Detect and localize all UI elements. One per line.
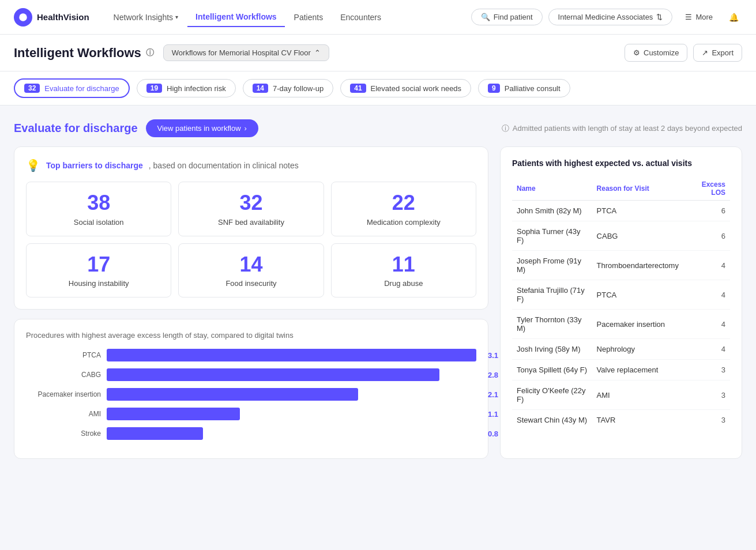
- col-excess: Excess LOS: [683, 177, 730, 201]
- view-patients-button[interactable]: View patients in workflow ›: [146, 119, 258, 137]
- patient-name: Stefania Trujillo (71y F): [512, 280, 592, 310]
- barrier-number: 11: [341, 253, 467, 276]
- patient-excess: 4: [683, 251, 730, 280]
- patients-table: Name Reason for Visit Excess LOS John Sm…: [512, 177, 730, 430]
- org-selector[interactable]: Internal Medicine Associates ⇅: [548, 9, 673, 25]
- find-patient-button[interactable]: 🔍 Find patient: [471, 9, 543, 25]
- patient-reason: Valve replacement: [592, 360, 683, 381]
- section-header: Evaluate for discharge View patients in …: [14, 119, 742, 137]
- patient-reason: Pacemaker insertion: [592, 310, 683, 339]
- table-row: Felicity O'Keefe (22y F)AMI3: [512, 381, 730, 410]
- barrier-snf-bed: 32 SNF bed availability: [178, 182, 324, 236]
- barrier-number: 14: [188, 253, 314, 276]
- barrier-social-isolation: 38 Social isolation: [26, 182, 171, 236]
- tab-high-infection-risk[interactable]: 19 High infection risk: [137, 79, 236, 97]
- nav-encounters[interactable]: Encounters: [332, 8, 389, 27]
- patient-excess: 6: [683, 201, 730, 221]
- tab-palliative-consult[interactable]: 9 Palliative consult: [478, 79, 570, 97]
- left-panel: 💡 Top barriers to discharge , based on d…: [14, 146, 488, 459]
- patient-name: Felicity O'Keefe (22y F): [512, 381, 592, 410]
- chart-card: Procedures with highest average excess l…: [14, 319, 488, 459]
- arrow-right-icon: ›: [245, 124, 247, 133]
- patient-excess: 4: [683, 339, 730, 360]
- patient-excess: 3: [683, 360, 730, 381]
- patient-excess: 3: [683, 410, 730, 431]
- bar-label: PTCA: [26, 351, 101, 359]
- barrier-label: Food insecurity: [188, 279, 314, 288]
- bar-fill: [107, 368, 439, 381]
- patient-name: Joseph Frome (91y M): [512, 251, 592, 280]
- export-icon: ↗: [702, 48, 708, 57]
- page-title: Intelligent Workflows ⓘ: [14, 46, 154, 61]
- patient-name: Tyler Thornton (33y M): [512, 310, 592, 339]
- bar-label: Pacemaker insertion: [26, 390, 101, 398]
- col-name: Name: [512, 177, 592, 201]
- info-icon[interactable]: ⓘ: [146, 48, 154, 58]
- section-title: Evaluate for discharge: [14, 122, 138, 135]
- tab-badge: 14: [253, 84, 268, 93]
- main-content: Evaluate for discharge View patients in …: [0, 106, 756, 473]
- tab-elevated-social-work[interactable]: 41 Elevated social work needs: [340, 79, 471, 97]
- bar-track: 0.8: [107, 427, 476, 440]
- tab-evaluate-discharge[interactable]: 32 Evaluate for discharge: [14, 78, 130, 98]
- patient-reason: TAVR: [592, 410, 683, 431]
- tab-badge: 9: [488, 84, 500, 93]
- table-row: Joseph Frome (91y M)Thromboendarterectom…: [512, 251, 730, 280]
- bar-label: CABG: [26, 371, 101, 379]
- svg-point-0: [19, 13, 27, 21]
- barriers-title-text: Top barriers to discharge: [46, 161, 143, 170]
- barrier-label: Medication complexity: [341, 218, 467, 227]
- barrier-drug: 11 Drug abuse: [331, 243, 476, 298]
- workflow-selector[interactable]: Workflows for Memorial Hospital CV Floor…: [163, 44, 329, 61]
- table-row: Tyler Thornton (33y M)Pacemaker insertio…: [512, 310, 730, 339]
- sliders-icon: ⚙: [633, 48, 640, 57]
- tab-7day-followup[interactable]: 14 7-day follow-up: [243, 79, 334, 97]
- patient-name: Sophia Turner (43y F): [512, 221, 592, 251]
- bar-row: Pacemaker insertion2.1: [26, 388, 476, 401]
- section-description: ⓘ Admitted patients with length of stay …: [502, 123, 742, 134]
- app-name: HealthVision: [37, 12, 89, 22]
- more-button[interactable]: ☰ More: [678, 9, 720, 25]
- bar-value: 0.8: [488, 430, 498, 438]
- table-row: Stefania Trujillo (71y F)PTCA4: [512, 280, 730, 310]
- bar-fill: [107, 408, 240, 420]
- patient-reason: Thromboendarterectomy: [592, 251, 683, 280]
- barrier-number: 17: [36, 253, 161, 276]
- customize-button[interactable]: ⚙ Customize: [625, 44, 687, 62]
- bell-icon: 🔔: [729, 13, 739, 22]
- content-grid: 💡 Top barriers to discharge , based on d…: [14, 146, 742, 459]
- nav-items: Network Insights ▾ Intelligent Workflows…: [106, 7, 471, 27]
- barriers-card: 💡 Top barriers to discharge , based on d…: [14, 146, 488, 310]
- chevron-down-icon: ⌃: [314, 48, 321, 57]
- barrier-number: 22: [341, 191, 467, 214]
- nav-network-insights[interactable]: Network Insights ▾: [106, 8, 186, 27]
- patient-excess: 6: [683, 221, 730, 251]
- table-row: John Smith (82y M)PTCA6: [512, 201, 730, 221]
- lightbulb-icon: 💡: [26, 159, 40, 172]
- nav-intelligent-workflows[interactable]: Intelligent Workflows: [187, 7, 285, 27]
- workflow-tabs: 32 Evaluate for discharge 19 High infect…: [0, 71, 756, 106]
- menu-icon: ☰: [685, 13, 692, 21]
- patient-excess: 3: [683, 381, 730, 410]
- patient-reason: AMI: [592, 381, 683, 410]
- bar-fill: [107, 388, 358, 401]
- bar-row: Stroke0.8: [26, 427, 476, 440]
- bar-track: 2.8: [107, 368, 476, 381]
- logo[interactable]: HealthVision: [14, 8, 89, 27]
- export-button[interactable]: ↗ Export: [693, 44, 742, 62]
- barrier-housing: 17 Housing instability: [26, 243, 171, 298]
- patient-reason: Nephrology: [592, 339, 683, 360]
- barrier-number: 38: [36, 191, 161, 214]
- chevron-down-icon: ▾: [175, 14, 178, 20]
- nav-patients[interactable]: Patients: [286, 8, 332, 27]
- barriers-title: 💡 Top barriers to discharge , based on d…: [26, 159, 476, 172]
- patient-excess: 4: [683, 310, 730, 339]
- bar-row: AMI1.1: [26, 408, 476, 420]
- notifications-button[interactable]: 🔔: [725, 9, 742, 25]
- tab-badge: 19: [146, 84, 162, 93]
- bar-track: 3.1: [107, 349, 476, 361]
- right-panel: Patients with highest expected vs. actua…: [500, 146, 742, 459]
- tab-badge: 41: [350, 84, 366, 93]
- barrier-label: Housing instability: [36, 279, 161, 288]
- patient-name: Josh Irving (58y M): [512, 339, 592, 360]
